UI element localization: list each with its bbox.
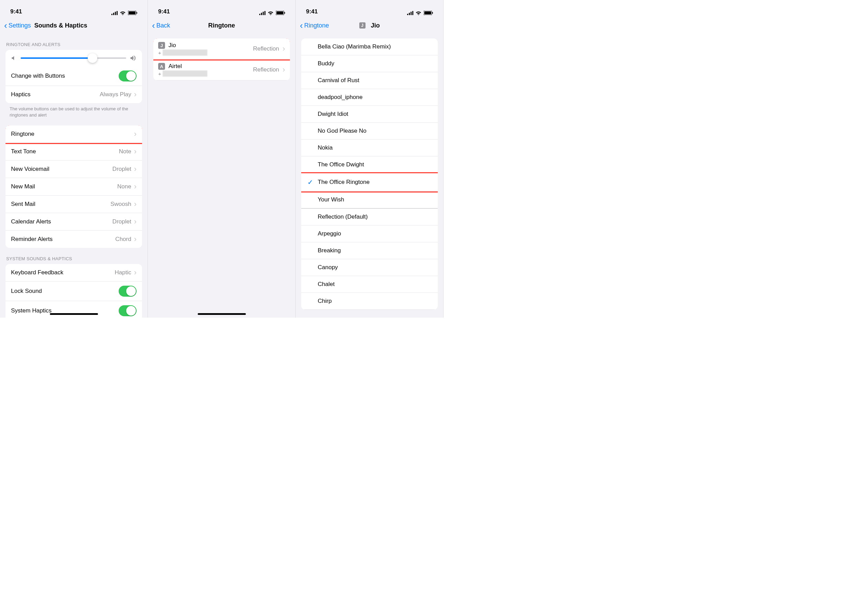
- section-header-ringtone-alerts: RINGTONE AND ALERTS: [0, 34, 148, 50]
- tone-row[interactable]: Canopy: [301, 259, 438, 276]
- svg-rect-2: [115, 12, 116, 15]
- row-label: Text Tone: [11, 148, 119, 155]
- cellular-icon: [407, 11, 413, 15]
- tone-row[interactable]: Your Wish: [301, 192, 438, 208]
- change-with-buttons-row[interactable]: Change with Buttons: [5, 66, 142, 86]
- sound-row-sent-mail[interactable]: Sent MailSwoosh›: [5, 196, 142, 213]
- row-value: Swoosh: [110, 201, 131, 207]
- screen-sounds-haptics: 9:41 ‹ Settings Sounds & Haptics RINGTON…: [0, 0, 148, 317]
- svg-rect-9: [263, 12, 264, 15]
- tone-row[interactable]: deadpool_iphone: [301, 89, 438, 106]
- sim-name: Airtel: [168, 63, 182, 70]
- back-label: Ringtone: [304, 22, 329, 29]
- tone-name: Chalet: [318, 281, 432, 288]
- sim-row-airtel[interactable]: AAirtel+Reflection›: [153, 60, 290, 80]
- svg-rect-12: [277, 11, 283, 14]
- sound-row-reminder-alerts[interactable]: Reminder AlertsChord›: [5, 231, 142, 248]
- tone-row[interactable]: Chalet: [301, 276, 438, 293]
- sound-row-calendar-alerts[interactable]: Calendar AlertsDroplet›: [5, 213, 142, 231]
- screen-ringtone-sims: 9:41 ‹ Back Ringtone JJio+Reflection›AAi…: [148, 0, 296, 317]
- toggle-change-with-buttons[interactable]: [119, 71, 137, 82]
- chevron-right-icon: ›: [283, 44, 285, 53]
- chevron-left-icon: ‹: [4, 21, 7, 30]
- navigation-bar: ‹ Settings Sounds & Haptics: [0, 17, 148, 34]
- tone-row[interactable]: Arpeggio: [301, 225, 438, 242]
- tone-row[interactable]: Chirp: [301, 293, 438, 310]
- battery-icon: [423, 11, 433, 15]
- footer-note: The volume buttons can be used to adjust…: [0, 103, 148, 118]
- sim-subtitle: +: [158, 71, 253, 77]
- page-title: Ringtone: [208, 22, 235, 29]
- tone-name: Carnival of Rust: [318, 77, 432, 84]
- svg-rect-16: [411, 12, 412, 15]
- tone-row[interactable]: Bella Ciao (Marimba Remix): [301, 39, 438, 55]
- slider-thumb[interactable]: [88, 53, 97, 63]
- status-indicators: [259, 11, 285, 15]
- home-indicator[interactable]: [198, 313, 246, 315]
- sound-row-new-voicemail[interactable]: New VoicemailDroplet›: [5, 160, 142, 178]
- chevron-right-icon: ›: [283, 65, 285, 74]
- content-scroll[interactable]: JJio+Reflection›AAirtel+Reflection›: [148, 34, 295, 317]
- tone-row[interactable]: Reflection (Default): [301, 209, 438, 225]
- tone-row[interactable]: Breaking: [301, 242, 438, 259]
- volume-slider-row: [5, 50, 142, 66]
- toggle-lock-sound[interactable]: [119, 286, 137, 297]
- volume-slider[interactable]: [20, 57, 126, 59]
- page-title: Sounds & Haptics: [35, 22, 87, 29]
- battery-icon: [128, 11, 137, 15]
- svg-rect-14: [407, 14, 408, 15]
- tone-row[interactable]: ✓The Office Ringtone: [301, 173, 438, 192]
- row-value: Note: [119, 148, 131, 155]
- keyboard-feedback-row[interactable]: Keyboard Feedback Haptic ›: [5, 264, 142, 281]
- sim-info: JJio+: [158, 42, 253, 56]
- system-haptics-row[interactable]: System Haptics: [5, 301, 142, 317]
- sim-badge-icon: A: [158, 63, 165, 70]
- chevron-right-icon: ›: [134, 217, 137, 226]
- svg-rect-6: [137, 12, 137, 14]
- redacted-number: [163, 71, 207, 77]
- status-indicators: [112, 11, 137, 15]
- content-scroll[interactable]: Bella Ciao (Marimba Remix)BuddyCarnival …: [296, 34, 443, 317]
- svg-rect-1: [113, 13, 114, 15]
- home-indicator[interactable]: [50, 313, 98, 315]
- sim-badge-icon: J: [359, 22, 365, 28]
- slider-fill: [20, 57, 93, 59]
- row-label: Change with Buttons: [11, 72, 119, 79]
- tone-row[interactable]: No God Please No: [301, 123, 438, 140]
- back-button[interactable]: ‹ Ringtone: [300, 21, 329, 30]
- volume-high-icon: [130, 55, 137, 61]
- chevron-right-icon: ›: [134, 268, 137, 277]
- wifi-icon: [268, 11, 274, 15]
- back-button[interactable]: ‹ Back: [152, 21, 170, 30]
- tone-row[interactable]: Dwight Idiot: [301, 106, 438, 123]
- chevron-right-icon: ›: [134, 90, 137, 99]
- title-text: Jio: [371, 22, 379, 29]
- sound-row-ringtone[interactable]: Ringtone›: [5, 126, 142, 143]
- tone-name: Breaking: [318, 247, 432, 254]
- chevron-right-icon: ›: [134, 147, 137, 156]
- back-button[interactable]: ‹ Settings: [4, 21, 31, 30]
- sound-row-new-mail[interactable]: New MailNone›: [5, 178, 142, 196]
- sound-row-text-tone[interactable]: Text ToneNote›: [5, 143, 142, 160]
- tone-row[interactable]: Carnival of Rust: [301, 72, 438, 89]
- chevron-right-icon: ›: [134, 165, 137, 174]
- sim-badge-icon: J: [158, 42, 165, 49]
- lock-sound-row[interactable]: Lock Sound: [5, 281, 142, 301]
- row-label: Ringtone: [11, 130, 131, 137]
- sim-row-jio[interactable]: JJio+Reflection›: [153, 39, 290, 60]
- sounds-group: Ringtone›Text ToneNote›New VoicemailDrop…: [5, 126, 142, 248]
- tone-name: Your Wish: [318, 196, 432, 203]
- tone-name: Dwight Idiot: [318, 111, 432, 118]
- tone-name: The Office Ringtone: [318, 179, 432, 185]
- tone-row[interactable]: Nokia: [301, 140, 438, 156]
- chevron-right-icon: ›: [134, 182, 137, 191]
- tone-row[interactable]: Buddy: [301, 55, 438, 72]
- toggle-system-haptics[interactable]: [119, 305, 137, 316]
- cellular-icon: [112, 11, 118, 15]
- content-scroll[interactable]: RINGTONE AND ALERTS Change with Buttons: [0, 34, 148, 317]
- chevron-right-icon: ›: [134, 235, 137, 244]
- tone-name: The Office Dwight: [318, 161, 432, 168]
- row-label: Calendar Alerts: [11, 218, 112, 225]
- tone-row[interactable]: The Office Dwight: [301, 156, 438, 173]
- haptics-row[interactable]: Haptics Always Play ›: [5, 86, 142, 103]
